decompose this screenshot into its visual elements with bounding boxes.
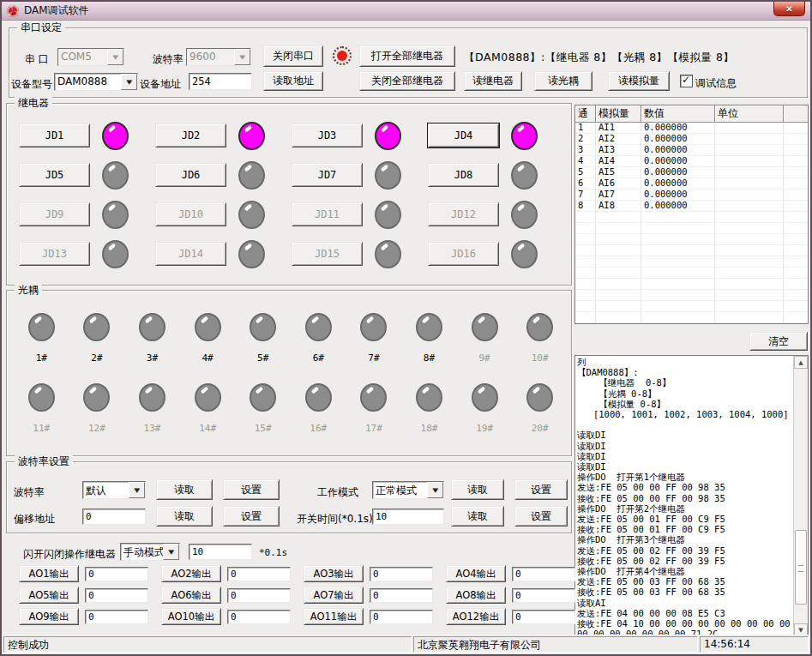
relay-button[interactable]: JD14 — [155, 242, 226, 266]
relay-button[interactable]: JD2 — [155, 123, 226, 147]
baudrate-select[interactable]: 9600 — [186, 48, 251, 66]
relay-button[interactable]: JD11 — [292, 202, 363, 226]
cell-analog — [596, 256, 641, 268]
scrollbar-thumb[interactable] — [795, 530, 807, 605]
status-bar: 控制成功 北京聚英翱翔电子有限公司 14:56:14 — [3, 635, 809, 653]
read-relay-button[interactable]: 读继电器 — [464, 71, 522, 91]
analog-output-button[interactable]: AO7输出 — [304, 587, 364, 604]
offset-set-button[interactable]: 设置 — [223, 506, 280, 527]
log-scrollbar[interactable] — [793, 356, 808, 636]
cell-value — [641, 245, 715, 256]
clear-log-button[interactable]: 清空 — [749, 332, 808, 351]
relay-button[interactable]: JD9 — [19, 202, 90, 226]
work-mode-set-button[interactable]: 设置 — [514, 479, 568, 500]
baudrate-set-button[interactable]: 设置 — [223, 479, 280, 500]
relay-button[interactable]: JD16 — [428, 242, 499, 266]
read-analog-button[interactable]: 读模拟量 — [608, 71, 670, 91]
analog-output-button[interactable]: AO6输出 — [161, 587, 221, 604]
analog-output-input[interactable] — [227, 610, 291, 624]
analog-output-button[interactable]: AO8输出 — [446, 587, 506, 604]
relay-button[interactable]: JD12 — [428, 202, 499, 226]
analog-output-button[interactable]: AO11输出 — [304, 608, 364, 625]
relay-button[interactable]: JD7 — [292, 163, 363, 187]
analog-output-input[interactable] — [512, 610, 575, 624]
relay-cell: JD8 — [428, 161, 564, 190]
close-serial-button[interactable]: 关闭串口 — [263, 45, 323, 67]
analog-output-button[interactable]: AO9输出 — [19, 608, 79, 625]
analog-output-button[interactable]: AO1输出 — [19, 565, 79, 582]
device-model-select[interactable]: DAM0888 — [54, 73, 138, 91]
relay-cell: JD11 — [292, 201, 428, 229]
baudrate-read-button[interactable]: 读取 — [156, 479, 213, 500]
analog-table-row — [575, 268, 808, 279]
relay-grid: JD1 JD2 JD3 JD4 JD5 JD6 — [19, 116, 564, 274]
close-button[interactable] — [773, 2, 805, 16]
relay-button[interactable]: JD3 — [292, 123, 363, 147]
analog-output-button[interactable]: AO10输出 — [161, 608, 221, 625]
analog-output-button[interactable]: AO2输出 — [161, 565, 221, 582]
cell-analog — [596, 212, 641, 223]
analog-output-input[interactable] — [85, 567, 148, 581]
work-mode-read-button[interactable]: 读取 — [451, 479, 504, 500]
flash-time-input[interactable] — [189, 544, 252, 560]
switch-time-input[interactable] — [372, 509, 444, 525]
cell-analog — [596, 312, 641, 323]
close-all-relays-button[interactable]: 关闭全部继电器 — [359, 71, 455, 91]
analog-output-button[interactable]: AO12输出 — [446, 608, 506, 625]
relay-button[interactable]: JD6 — [155, 163, 226, 187]
relay-button[interactable]: JD5 — [19, 163, 90, 187]
analog-output-input[interactable] — [227, 588, 291, 603]
analog-output-button[interactable]: AO4输出 — [446, 565, 506, 582]
analog-table-row — [575, 279, 808, 290]
read-opto-button[interactable]: 读光耦 — [534, 71, 592, 91]
offset-address-input[interactable] — [82, 509, 146, 525]
relay-button[interactable]: JD13 — [19, 242, 90, 266]
cell-value — [641, 223, 715, 234]
opto-channel-label: 18# — [421, 423, 438, 434]
log-output[interactable]: 列 【DAM0888】: 【继电器 0-8】 【光耦 0-8】 【模拟量 0-8… — [575, 356, 793, 636]
relay-button[interactable]: JD4 — [428, 123, 499, 147]
analog-table-row: 2 AI2 0.000000 — [575, 134, 808, 145]
switch-time-read-button[interactable]: 读取 — [451, 506, 504, 527]
relay-led-indicator — [102, 201, 129, 229]
analog-output-input[interactable] — [370, 610, 433, 624]
cell-unit — [715, 167, 784, 178]
serial-settings-group: 串口设定 串 口 COM5 波特率 9600 关闭串口 打开全部继电器 【DAM… — [9, 27, 808, 98]
analog-output-input[interactable] — [512, 588, 575, 603]
scroll-up-icon[interactable] — [794, 356, 808, 369]
analog-output-input[interactable] — [227, 567, 291, 581]
debug-info-checkbox[interactable] — [680, 75, 693, 87]
analog-output-button[interactable]: AO5输出 — [19, 587, 79, 604]
offset-read-button[interactable]: 读取 — [156, 506, 213, 527]
read-address-button[interactable]: 读取地址 — [263, 71, 323, 91]
relay-button[interactable]: JD8 — [428, 163, 499, 187]
analog-output-button[interactable]: AO3输出 — [304, 565, 364, 582]
analog-output-input[interactable] — [85, 610, 148, 624]
work-mode-select[interactable]: 正常模式 — [372, 481, 444, 499]
switch-time-set-button[interactable]: 设置 — [514, 506, 568, 527]
cell-extra — [784, 134, 808, 145]
opto-led-indicator — [195, 383, 221, 412]
cell-extra — [784, 312, 808, 323]
flash-mode-select[interactable]: 手动模式 — [120, 543, 180, 561]
cell-value: 0.000000 — [641, 134, 715, 145]
com-port-select[interactable]: COM5 — [57, 48, 124, 66]
opto-cell: 4# — [180, 313, 236, 383]
baudrate-setting-select[interactable]: 默认 — [82, 481, 146, 499]
relay-button[interactable]: JD1 — [19, 123, 90, 147]
analog-output-input[interactable] — [370, 588, 433, 603]
device-address-input[interactable] — [189, 73, 252, 90]
relay-button[interactable]: JD15 — [292, 242, 363, 266]
opto-cell: 8# — [401, 313, 457, 383]
opto-channel-label: 19# — [476, 423, 493, 434]
col-extra — [784, 105, 808, 123]
opto-led-indicator — [526, 313, 553, 341]
analog-output-input[interactable] — [85, 588, 148, 603]
cell-value — [641, 312, 715, 323]
open-all-relays-button[interactable]: 打开全部继电器 — [359, 45, 455, 67]
cell-extra — [784, 223, 808, 234]
relay-button[interactable]: JD10 — [155, 202, 226, 226]
analog-output-input[interactable] — [512, 567, 575, 581]
cell-value — [641, 279, 715, 290]
analog-output-input[interactable] — [370, 567, 433, 581]
